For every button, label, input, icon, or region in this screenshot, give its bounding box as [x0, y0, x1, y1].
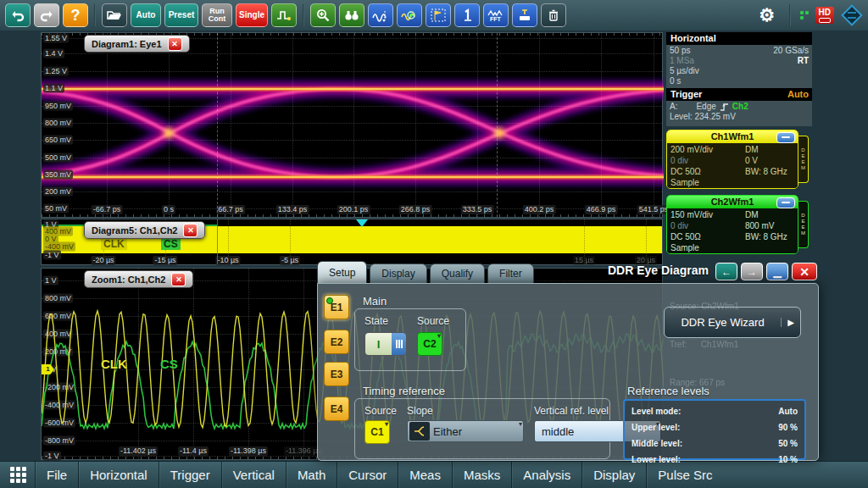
- c2-label: C2: [423, 338, 436, 350]
- undo-button[interactable]: [5, 3, 31, 27]
- minimize-icon[interactable]: [776, 197, 795, 208]
- ch1-scale: 200 mV/div: [670, 144, 745, 155]
- menu-math[interactable]: Math: [286, 462, 337, 488]
- source-select-c2[interactable]: C2▾: [417, 332, 442, 356]
- state-label: State: [364, 315, 388, 327]
- histogram-button[interactable]: [512, 3, 537, 27]
- clk-signal-label: CLK: [101, 357, 127, 371]
- tab-diagram5[interactable]: Diagram5: Ch1,Ch2 ✕: [84, 221, 205, 239]
- menu-cursor[interactable]: Cursor: [337, 462, 398, 488]
- menu-vertical[interactable]: Vertical: [221, 462, 286, 488]
- open-file-button[interactable]: [102, 3, 127, 27]
- trigger-source: Ch2: [732, 102, 748, 112]
- horizontal-panel-header[interactable]: Horizontal: [666, 32, 812, 45]
- level-mode-value: Auto: [778, 403, 798, 419]
- eye-tab-e1[interactable]: E1: [324, 295, 349, 319]
- ch1wfm1-signal-box[interactable]: Ch1Wfm1 200 mV/divDM 0 div0 V DC 50ΩBW: …: [666, 130, 798, 189]
- autoset-button[interactable]: Auto: [131, 3, 161, 27]
- menu-masks[interactable]: Masks: [452, 462, 511, 488]
- zoom-region-marker[interactable]: [217, 219, 218, 264]
- state-toggle[interactable]: I: [364, 332, 407, 356]
- ch1-deem-sidetab[interactable]: DEEM: [798, 136, 809, 183]
- axis-tick-label: -5 µs: [280, 256, 300, 265]
- minimize-icon[interactable]: [776, 132, 795, 143]
- help-button[interactable]: ?: [63, 3, 88, 27]
- tab-qualify[interactable]: Qualify: [430, 263, 485, 283]
- folder-icon: [106, 8, 123, 22]
- acq-resolution: 50 ps: [670, 46, 690, 56]
- generator-button[interactable]: [271, 3, 297, 27]
- run-cont-button[interactable]: Run Cont: [202, 3, 232, 27]
- tab-display[interactable]: Display: [370, 263, 426, 283]
- e3-label: E3: [331, 369, 343, 380]
- svg-text:FFT: FFT: [490, 16, 502, 22]
- trigger-position-marker[interactable]: [356, 219, 368, 227]
- hd-label: HD: [819, 8, 831, 17]
- slope-label: Slope: [407, 405, 433, 417]
- horizontal-panel[interactable]: 50 ps20 GSa/s 1 MSaRT 5 µs/div 0 s: [666, 45, 812, 88]
- toolbar-right: ⚙ HD: [754, 3, 863, 27]
- time-scale: 5 µs/div: [670, 66, 699, 76]
- ch1wfm1-title: Ch1Wfm1: [711, 131, 754, 141]
- record-length: 1 MSa: [670, 56, 694, 66]
- close-icon[interactable]: ✕: [171, 273, 186, 286]
- preset-label: Preset: [169, 11, 195, 20]
- redo-button[interactable]: [34, 3, 59, 27]
- ch2-scale: 150 mV/div: [670, 209, 745, 220]
- ch2wfm1-title: Ch2Wfm1: [711, 197, 754, 207]
- eye-tab-e2[interactable]: E2: [324, 330, 349, 354]
- trigger-title: Trigger: [670, 88, 702, 101]
- menu-meas[interactable]: Meas: [398, 462, 452, 488]
- ch2-bandwidth: BW: 8 GHz: [745, 231, 794, 242]
- tab-setup[interactable]: Setup: [317, 261, 367, 283]
- tab-diagram1-eye1[interactable]: Diagram1: Eye1 ✕: [84, 35, 190, 53]
- flag-button[interactable]: [426, 3, 451, 27]
- trigger-mode: Auto: [787, 88, 809, 101]
- single-button[interactable]: Single: [236, 3, 268, 27]
- slope-dropdown[interactable]: Either ▾: [407, 420, 524, 442]
- back-arrow-icon: [10, 8, 25, 23]
- eye-range-info: Range: 667 ps: [670, 376, 739, 389]
- upper-level-label: Upper level:: [632, 419, 680, 435]
- ch2-position: 0 div: [670, 220, 745, 231]
- eye-tab-e4[interactable]: E4: [324, 396, 349, 421]
- eye-tab-e3[interactable]: E3: [324, 362, 349, 386]
- dialog-forward-button[interactable]: →: [741, 263, 763, 280]
- trigger-panel-header[interactable]: Trigger Auto: [666, 88, 812, 101]
- settings-button[interactable]: ⚙: [754, 3, 780, 27]
- ch1wfm1-body: 200 mV/divDM 0 div0 V DC 50ΩBW: 8 GHz Sa…: [667, 143, 798, 189]
- trigger-panel[interactable]: A: Edge Ch2 Level: 234.25 mV: [666, 101, 812, 126]
- ch2wfm1-signal-box[interactable]: Ch2Wfm1 150 mV/divDM 0 div800 mV DC 50ΩB…: [666, 195, 798, 254]
- menu-trigger[interactable]: Trigger: [159, 462, 221, 488]
- menu-horizontal[interactable]: Horizontal: [78, 462, 159, 488]
- diagram5-ch1-ch2[interactable]: 1 V400 mV0 V-400 mV-1 V -20 µs-15 µs-10 …: [41, 219, 663, 265]
- menu-analysis[interactable]: Analysis: [511, 462, 581, 488]
- delete-button[interactable]: [541, 3, 566, 27]
- search-button[interactable]: [339, 3, 364, 27]
- zoom-waveform-button[interactable]: [397, 3, 422, 27]
- close-icon[interactable]: ✕: [168, 37, 182, 51]
- c1-label: C1: [370, 426, 383, 438]
- dialog-close-button[interactable]: ✕: [792, 263, 817, 280]
- eye-diagram[interactable]: 1.55 V1.4 V1.25 V1.1 V950 mV800 mV650 mV…: [41, 32, 663, 218]
- menu-file[interactable]: File: [35, 462, 78, 488]
- ch2-deem-sidetab[interactable]: DEEM: [798, 201, 809, 248]
- run-cont-label: Run Cont: [205, 8, 229, 24]
- rising-edge-icon: [720, 103, 729, 112]
- tab-zoom1[interactable]: Zoom1: Ch1,Ch2 ✕: [84, 270, 193, 288]
- cursor-button[interactable]: [454, 3, 480, 27]
- close-icon[interactable]: ✕: [183, 224, 198, 237]
- hd-mode-badge[interactable]: HD: [815, 7, 834, 24]
- vertical-ref-level-label: Vertical ref. level: [534, 405, 609, 417]
- apps-menu-icon[interactable]: [10, 467, 26, 483]
- zoom-button[interactable]: [310, 3, 336, 27]
- dialog-minimize-button[interactable]: ▁: [766, 263, 788, 280]
- histogram-icon: [516, 8, 533, 22]
- fft-button[interactable]: FFT: [483, 3, 509, 27]
- toolbar-separator: [303, 4, 304, 26]
- timing-source-select-c1[interactable]: C1▾: [364, 420, 390, 444]
- annotation-button[interactable]: [368, 3, 393, 27]
- tab-filter[interactable]: Filter: [487, 263, 534, 283]
- preset-button[interactable]: Preset: [164, 3, 198, 27]
- eye-source-info: Source: Ch2Wfm1: [670, 300, 739, 313]
